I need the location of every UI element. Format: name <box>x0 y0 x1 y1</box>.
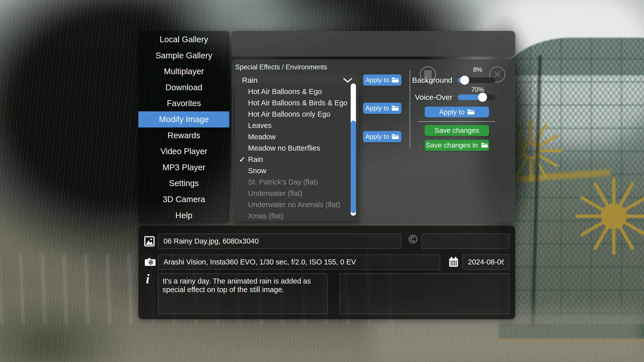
sidebar-item-help[interactable]: Help <box>138 207 229 223</box>
apply-to-wide-button[interactable]: Apply to <box>425 107 489 117</box>
option-label: Underwater no Animals (flat) <box>248 201 340 209</box>
scrollbar-thumb[interactable] <box>351 121 356 213</box>
effects-select-value: Rain <box>242 76 258 84</box>
info-icon: i <box>146 273 149 286</box>
option-label: Leaves <box>248 121 272 130</box>
option-label: Hot Air Balloons & Ego <box>248 87 322 96</box>
voiceover-slider-label: Voice-Over <box>387 93 452 102</box>
sidebar-item-local-gallery[interactable]: Local Gallery <box>138 31 229 48</box>
folder-icon <box>467 109 475 115</box>
option-hot-air-balloons-birds-ego[interactable]: Hot Air Balloons & Birds & Ego <box>235 97 359 109</box>
option-label: Rain <box>248 155 263 164</box>
sidebar-item-video-player[interactable]: Video Player <box>138 143 229 159</box>
option-meadow[interactable]: Meadow <box>235 131 359 143</box>
option-hot-air-balloons-only-ego[interactable]: Hot Air Balloons only Ego <box>235 109 359 120</box>
option-rain[interactable]: ✓Rain <box>235 154 359 165</box>
calendar-icon <box>449 256 458 268</box>
option-st-patrick-s-day-flat: St. Patrick's Day (flat) <box>235 176 359 188</box>
chevron-down-icon <box>343 78 352 83</box>
background-slider-value: 8% <box>463 66 493 73</box>
sidebar-menu: Local GallerySample GalleryMultiplayerDo… <box>138 31 229 223</box>
date-input[interactable] <box>462 254 509 270</box>
option-label: Xmas (flat) <box>248 212 283 220</box>
option-label: Meadow <box>248 133 276 141</box>
option-snow[interactable]: Snow <box>235 165 359 176</box>
sidebar-item-multiplayer[interactable]: Multiplayer <box>138 63 229 79</box>
camera-icon <box>144 257 156 266</box>
gravel-path <box>372 312 644 362</box>
gold-sunburst-icon <box>574 176 644 256</box>
save-changes-in-label: Save changes in <box>426 141 478 149</box>
check-icon: ✓ <box>239 155 248 164</box>
option-label: Hot Air Balloons only Ego <box>248 110 330 118</box>
apply-to-label: Apply to <box>366 104 389 112</box>
option-label: Hot Air Balloons & Birds & Ego <box>248 99 347 107</box>
option-label: Snow <box>248 167 266 175</box>
effects-option-list: Hot Air Balloons & EgoHot Air Balloons &… <box>235 86 359 221</box>
background-slider-label: Background <box>387 76 452 84</box>
copyright-icon: © <box>409 233 417 245</box>
save-changes-label: Save changes <box>434 126 479 134</box>
filename-input[interactable] <box>158 234 401 249</box>
image-icon <box>144 236 155 247</box>
sidebar-item-download[interactable]: Download <box>138 79 229 96</box>
sidebar-item-favorites[interactable]: Favorites <box>138 95 229 111</box>
effects-select[interactable]: Rain <box>235 74 359 86</box>
copyright-input[interactable] <box>422 234 509 249</box>
save-changes-button[interactable]: Save changes <box>425 125 489 136</box>
sidebar-item-modify-image[interactable]: Modify Image <box>138 111 229 127</box>
sidebar-item-sample-gallery[interactable]: Sample Gallery <box>138 48 229 64</box>
description-textarea[interactable]: It's a rainy day. The animated rain is a… <box>158 273 328 314</box>
voiceover-slider-thumb[interactable] <box>478 93 487 102</box>
option-label: Underwater (flat) <box>248 189 302 198</box>
option-label: St. Patrick's Day (flat) <box>248 178 318 186</box>
background-slider-track[interactable] <box>458 77 496 83</box>
apply-to-button-2[interactable]: Apply to <box>363 103 401 114</box>
option-meadow-no-butterflies[interactable]: Meadow no Butterflies <box>235 143 359 154</box>
sidebar-item-settings[interactable]: Settings <box>138 175 229 191</box>
sidebar-item-3d-camera[interactable]: 3D Camera <box>138 191 229 207</box>
apply-to-label: Apply to <box>366 76 389 84</box>
voiceover-slider-value: 70% <box>463 86 493 93</box>
notes-textarea[interactable] <box>339 273 509 314</box>
background-slider-thumb[interactable] <box>460 76 469 85</box>
voiceover-slider-track[interactable] <box>458 95 496 100</box>
top-toolbar <box>231 31 515 57</box>
camera-info-input[interactable] <box>158 254 440 270</box>
option-xmas-flat: Xmas (flat) <box>235 210 359 221</box>
sidebar-item-rewards[interactable]: Rewards <box>138 127 229 144</box>
folder-icon <box>391 105 399 111</box>
horizontal-divider <box>418 121 495 122</box>
option-underwater-no-animals-flat: Underwater no Animals (flat) <box>235 199 359 210</box>
option-leaves[interactable]: Leaves <box>235 120 359 131</box>
save-changes-in-button[interactable]: Save changes in <box>425 140 489 151</box>
apply-to-button-3[interactable]: Apply to <box>363 131 401 142</box>
app-window: Local GallerySample GalleryMultiplayerDo… <box>0 0 644 362</box>
effects-panel-title: Special Effects / Environments <box>235 63 327 71</box>
option-underwater-flat: Underwater (flat) <box>235 188 359 199</box>
folder-icon <box>391 134 399 140</box>
folder-icon <box>481 143 488 148</box>
apply-to-label: Apply to <box>366 133 389 141</box>
sidebar-item-mp3-player[interactable]: MP3 Player <box>138 159 229 175</box>
option-label: Meadow no Butterflies <box>248 144 320 152</box>
option-hot-air-balloons-ego[interactable]: Hot Air Balloons & Ego <box>235 86 359 97</box>
apply-to-label: Apply to <box>439 108 464 116</box>
